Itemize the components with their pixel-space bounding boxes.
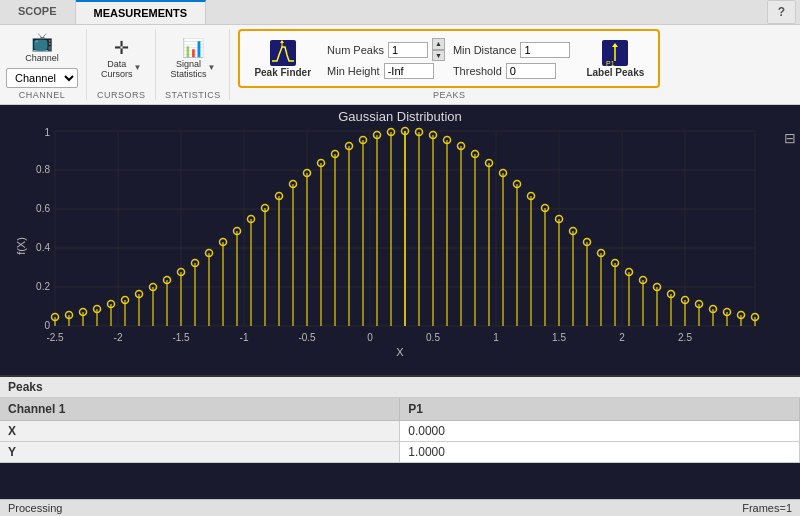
svg-text:0.2: 0.2 [36,281,50,292]
svg-text:X: X [396,346,404,358]
min-height-row: Min Height [327,63,445,79]
peaks-row-y-value: 1.0000 [400,442,800,463]
cursors-group: ✛ DataCursors ▼ CURSORS [95,29,156,100]
svg-text:0.4: 0.4 [36,242,50,253]
peaks-panel-title: Peaks [0,377,800,398]
peaks-table: Channel 1 P1 X 0.0000 Y 1.0000 [0,398,800,463]
svg-text:0: 0 [367,332,373,343]
status-right: Frames=1 [742,502,792,514]
channel-label: Channel [25,53,59,63]
plot-title: Gaussian Distribution [0,105,800,126]
peaks-inputs: Num Peaks ▲ ▼ Min Distance M [327,38,570,80]
collapse-button[interactable]: ⊟ [784,130,796,146]
statistics-group: 📊 SignalStatistics ▼ STATISTICS [164,29,230,100]
cursors-icon: ✛ [114,39,129,57]
cursors-dropdown-arrow: ▼ [134,63,142,72]
table-row: X 0.0000 [0,421,800,442]
statistics-dropdown-arrow: ▼ [207,63,215,72]
num-peaks-up[interactable]: ▲ [432,38,445,50]
data-cursors-button[interactable]: ✛ DataCursors ▼ [95,36,147,82]
peaks-panel: Peaks Channel 1 P1 X 0.0000 Y 1.0000 [0,375,800,463]
num-peaks-spinner[interactable]: ▲ ▼ [432,38,445,62]
peak-finder-label: Peak Finder [254,67,311,78]
peaks-row-x-label: X [0,421,400,442]
svg-text:1.5: 1.5 [552,332,566,343]
threshold-input[interactable] [506,63,556,79]
svg-text:0.8: 0.8 [36,164,50,175]
signal-statistics-button[interactable]: 📊 SignalStatistics ▼ [164,36,221,82]
threshold-label: Threshold [453,65,502,77]
peaks-group-label: PEAKS [433,90,466,100]
y-axis-label: f(X) [15,237,27,255]
peak-finder-icon [269,39,297,67]
min-distance-row: Min Distance [453,38,571,62]
channel-button[interactable]: 📺 Channel [19,30,65,66]
svg-text:-0.5: -0.5 [298,332,316,343]
num-peaks-input[interactable] [388,42,428,58]
statistics-icon: 📊 [182,39,204,57]
peaks-row-y-label: Y [0,442,400,463]
svg-text:2: 2 [619,332,625,343]
peaks-row-x-value: 0.0000 [400,421,800,442]
peak-finder-button[interactable]: Peak Finder [246,35,319,82]
peaks-group: Peak Finder Num Peaks ▲ ▼ [238,29,668,100]
svg-text:-2.5: -2.5 [46,332,64,343]
svg-text:0: 0 [44,320,50,331]
channel-group-label: CHANNEL [19,90,66,100]
num-peaks-label: Num Peaks [327,44,384,56]
cursors-group-label: CURSORS [97,90,146,100]
status-left: Processing [8,502,62,514]
peaks-col1-header: Channel 1 [0,398,400,421]
num-peaks-row: Num Peaks ▲ ▼ [327,38,445,62]
peaks-col2-header: P1 [400,398,800,421]
svg-text:0.6: 0.6 [36,203,50,214]
threshold-row: Threshold [453,63,571,79]
channel-group: 📺 Channel Channel 1 CHANNEL [6,29,87,100]
svg-text:-1.5: -1.5 [172,332,190,343]
svg-text:-2: -2 [114,332,123,343]
num-peaks-down[interactable]: ▼ [432,50,445,62]
plot-area: f(X) ⊟ [0,126,800,366]
tab-measurements[interactable]: MEASUREMENTS [76,0,207,24]
peaks-section: Peak Finder Num Peaks ▲ ▼ [238,29,660,88]
min-distance-label: Min Distance [453,44,517,56]
svg-text:0.5: 0.5 [426,332,440,343]
statistics-group-label: STATISTICS [165,90,221,100]
plot-container: Gaussian Distribution f(X) ⊟ [0,105,800,375]
channel-select[interactable]: Channel 1 [6,68,78,88]
label-peaks-button[interactable]: P1 Label Peaks [578,35,652,82]
table-row: Y 1.0000 [0,442,800,463]
plot-svg: 0 0.2 0.4 0.6 0.8 1 -2.5 -2 -1.5 -1 -0.5… [0,126,800,361]
svg-text:1: 1 [493,332,499,343]
label-peaks-icon: P1 [601,39,629,67]
status-bar: Processing Frames=1 [0,499,800,516]
svg-text:P1: P1 [606,60,615,67]
svg-text:1: 1 [44,127,50,138]
min-distance-input[interactable] [520,42,570,58]
svg-text:-1: -1 [240,332,249,343]
label-peaks-label: Label Peaks [586,67,644,78]
svg-rect-0 [270,40,296,66]
help-button[interactable]: ? [767,0,796,24]
statistics-label: SignalStatistics [170,59,206,79]
min-height-label: Min Height [327,65,380,77]
tab-scope[interactable]: SCOPE [0,0,76,24]
channel-icon: 📺 [31,33,53,51]
cursors-label: DataCursors [101,59,133,79]
svg-text:2.5: 2.5 [678,332,692,343]
min-height-input[interactable] [384,63,434,79]
